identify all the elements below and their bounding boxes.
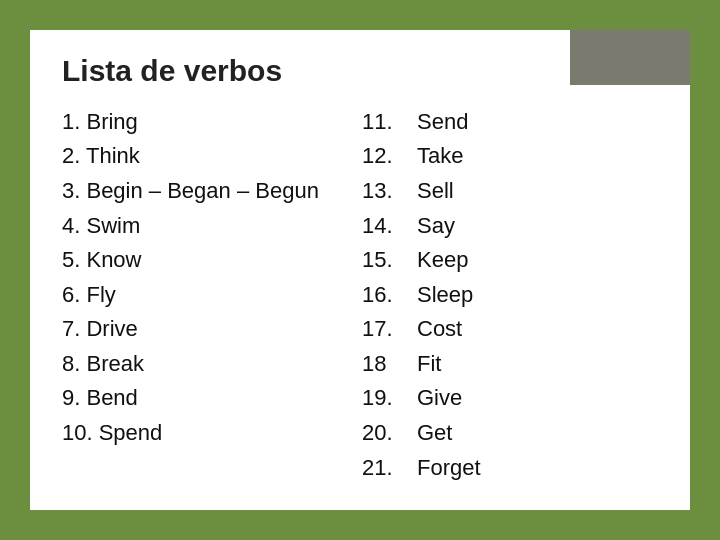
right-word: Sleep [417, 281, 658, 310]
left-item: 9. Bend [62, 384, 362, 413]
right-number: 14. [362, 212, 417, 241]
right-word: Send [417, 108, 658, 137]
right-word: Keep [417, 246, 658, 275]
right-word: Take [417, 142, 658, 171]
left-item: 1. Bring [62, 108, 362, 137]
right-number: 15. [362, 246, 417, 275]
right-word: Sell [417, 177, 658, 206]
left-item: 10. Spend [62, 419, 362, 448]
right-number: 19. [362, 384, 417, 413]
left-column: 1. Bring2. Think3. Begin – Began – Begun… [62, 108, 362, 483]
right-number: 18 [362, 350, 417, 379]
content-area: 1. Bring2. Think3. Begin – Began – Begun… [62, 108, 658, 483]
right-number: 12. [362, 142, 417, 171]
right-word: Get [417, 419, 658, 448]
left-item: 4. Swim [62, 212, 362, 241]
main-card: Lista de verbos 1. Bring2. Think3. Begin… [30, 30, 690, 511]
right-word: Cost [417, 315, 658, 344]
left-item: 8. Break [62, 350, 362, 379]
left-item: 3. Begin – Began – Begun [62, 177, 362, 206]
right-word: Forget [417, 454, 658, 483]
left-item: 7. Drive [62, 315, 362, 344]
right-numbers: 11.12.13.14.15.16.17.1819.20.21. [362, 108, 417, 483]
page-title: Lista de verbos [62, 54, 658, 88]
right-number: 13. [362, 177, 417, 206]
left-item: 6. Fly [62, 281, 362, 310]
left-item: 5. Know [62, 246, 362, 275]
right-column: 11.12.13.14.15.16.17.1819.20.21. SendTak… [362, 108, 658, 483]
right-number: 17. [362, 315, 417, 344]
right-number: 11. [362, 108, 417, 137]
right-word: Give [417, 384, 658, 413]
right-number: 20. [362, 419, 417, 448]
right-number: 16. [362, 281, 417, 310]
left-item: 2. Think [62, 142, 362, 171]
right-word: Say [417, 212, 658, 241]
right-number: 21. [362, 454, 417, 483]
right-word: Fit [417, 350, 658, 379]
right-words: SendTakeSellSayKeepSleepCostFitGiveGetFo… [417, 108, 658, 483]
